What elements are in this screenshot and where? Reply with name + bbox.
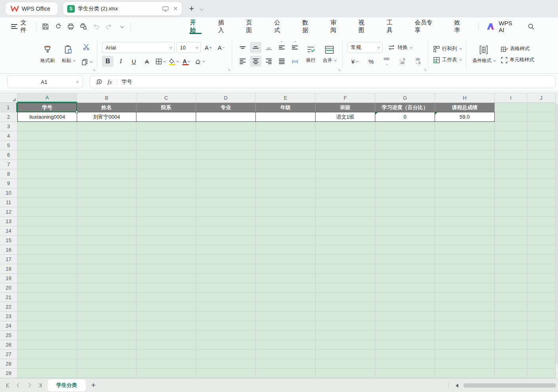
cell-H2[interactable]: 59.0	[435, 112, 495, 122]
cell-D15[interactable]	[196, 236, 256, 245]
row-header-1[interactable]: 1	[0, 103, 17, 112]
row-header-24[interactable]: 24	[0, 321, 17, 331]
row-header-8[interactable]: 8	[0, 169, 17, 179]
cut-button[interactable]	[80, 42, 92, 52]
name-box[interactable]: A1	[7, 76, 83, 88]
cell-A26[interactable]	[17, 340, 77, 350]
cell-D7[interactable]	[196, 160, 256, 169]
cell-I15[interactable]	[495, 236, 527, 245]
cell-F17[interactable]	[316, 255, 375, 264]
italic-button[interactable]: I	[115, 56, 127, 67]
cell-B12[interactable]	[77, 207, 136, 217]
cell-F21[interactable]	[316, 293, 375, 302]
cell-I4[interactable]	[495, 131, 527, 141]
cell-I20[interactable]	[495, 283, 527, 293]
cell-H4[interactable]	[435, 131, 495, 141]
cell-F29[interactable]	[316, 369, 375, 378]
print-preview-button[interactable]	[78, 21, 89, 32]
cell-F28[interactable]	[316, 359, 375, 369]
cell-D19[interactable]	[196, 274, 256, 283]
cell-D13[interactable]	[196, 217, 256, 226]
cell-G25[interactable]	[375, 331, 435, 340]
thousands-separator-button[interactable]: 000,	[381, 56, 392, 67]
row-header-25[interactable]: 25	[0, 331, 17, 340]
cell-C9[interactable]	[136, 179, 196, 188]
cell-F14[interactable]	[316, 226, 375, 236]
strikethrough-button[interactable]: A	[141, 56, 153, 67]
cell-I24[interactable]	[495, 321, 527, 331]
cell-G20[interactable]	[375, 283, 435, 293]
cell-B10[interactable]	[77, 188, 136, 198]
cell-F7[interactable]	[316, 160, 375, 169]
export-button[interactable]	[53, 21, 63, 32]
cell-J26[interactable]	[527, 340, 556, 350]
cell-C7[interactable]	[136, 160, 196, 169]
menu-会员专享[interactable]: 会员专享	[406, 17, 446, 36]
cell-D25[interactable]	[196, 331, 256, 340]
cell-F26[interactable]	[316, 340, 375, 350]
cell-style-button[interactable]: 单元格样式	[501, 57, 535, 64]
cell-G26[interactable]	[375, 340, 435, 350]
cell-D17[interactable]	[196, 255, 256, 264]
cell-H11[interactable]	[435, 198, 495, 207]
menu-插入[interactable]: 插入	[210, 17, 238, 36]
cell-E28[interactable]	[256, 359, 316, 369]
cell-D23[interactable]	[196, 312, 256, 321]
conditional-format-button[interactable]: 条件格式	[471, 43, 497, 66]
cell-B1[interactable]: 姓名	[77, 103, 136, 112]
menu-工具[interactable]: 工具	[378, 17, 406, 36]
row-header-15[interactable]: 15	[0, 236, 17, 245]
font-color-button[interactable]: A	[180, 56, 192, 67]
cell-E2[interactable]	[256, 112, 316, 122]
cell-J23[interactable]	[527, 312, 556, 321]
row-header-2[interactable]: 2	[0, 112, 17, 122]
cell-G2[interactable]: 0	[375, 112, 435, 122]
cell-B11[interactable]	[77, 198, 136, 207]
cell-F16[interactable]	[316, 245, 375, 255]
cell-F4[interactable]	[316, 131, 375, 141]
cell-G18[interactable]	[375, 264, 435, 274]
cell-H3[interactable]	[435, 122, 495, 131]
cell-D4[interactable]	[196, 131, 256, 141]
cell-D24[interactable]	[196, 321, 256, 331]
cell-G5[interactable]	[375, 141, 435, 150]
cell-B27[interactable]	[77, 350, 136, 359]
cell-H6[interactable]	[435, 150, 495, 160]
cell-J13[interactable]	[527, 217, 556, 226]
menu-数据[interactable]: 数据	[294, 17, 322, 36]
increase-decimal-button[interactable]: .00→.0	[412, 56, 423, 67]
cell-B6[interactable]	[77, 150, 136, 160]
cell-F9[interactable]	[316, 179, 375, 188]
cell-E14[interactable]	[256, 226, 316, 236]
cell-E18[interactable]	[256, 264, 316, 274]
cell-F25[interactable]	[316, 331, 375, 340]
cell-I1[interactable]	[495, 103, 527, 112]
column-header-J[interactable]: J	[527, 93, 556, 103]
row-header-5[interactable]: 5	[0, 141, 17, 150]
cell-F20[interactable]	[316, 283, 375, 293]
redo-button[interactable]	[104, 21, 114, 32]
cell-H22[interactable]	[435, 302, 495, 312]
cell-A8[interactable]	[17, 169, 77, 179]
cell-D28[interactable]	[196, 359, 256, 369]
font-name-select[interactable]: Arial	[102, 42, 175, 53]
cell-I19[interactable]	[495, 274, 527, 283]
cell-J15[interactable]	[527, 236, 556, 245]
cell-A16[interactable]	[17, 245, 77, 255]
cell-G1[interactable]: 学习进度（百分比）	[375, 103, 435, 112]
cell-D29[interactable]	[196, 369, 256, 378]
cell-C6[interactable]	[136, 150, 196, 160]
column-header-A[interactable]: A	[17, 93, 77, 103]
cell-C17[interactable]	[136, 255, 196, 264]
column-header-B[interactable]: B	[77, 93, 136, 103]
add-sheet-button[interactable]: +	[91, 381, 96, 390]
cell-B25[interactable]	[77, 331, 136, 340]
cell-E1[interactable]: 年级	[256, 103, 316, 112]
cell-H28[interactable]	[435, 359, 495, 369]
underline-button[interactable]: U	[128, 56, 140, 67]
cell-E13[interactable]	[256, 217, 316, 226]
cell-D26[interactable]	[196, 340, 256, 350]
cell-A20[interactable]	[17, 283, 77, 293]
cell-G9[interactable]	[375, 179, 435, 188]
cell-B4[interactable]	[77, 131, 136, 141]
